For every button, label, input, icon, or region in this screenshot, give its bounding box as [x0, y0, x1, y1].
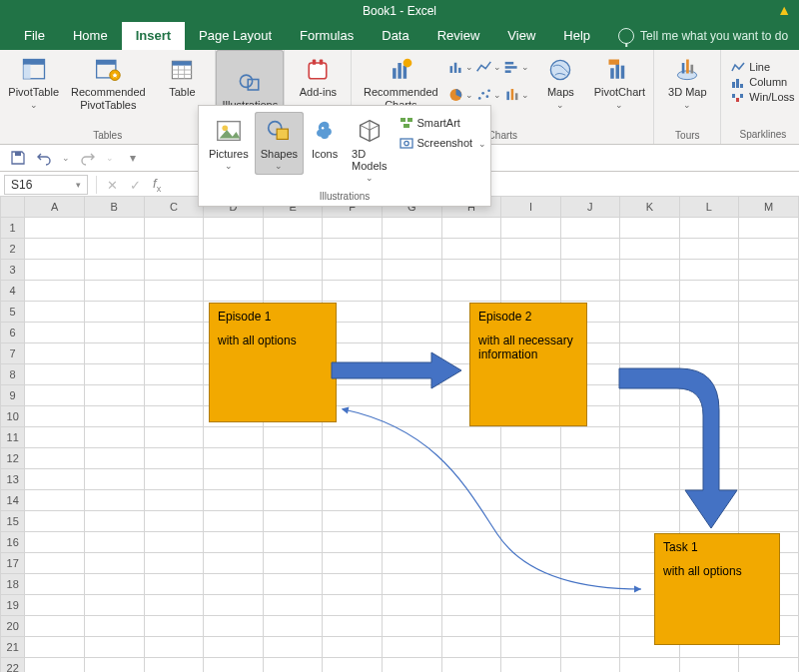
row-header[interactable]: 4 [1, 281, 25, 302]
cell[interactable] [263, 490, 323, 511]
cell[interactable] [739, 302, 799, 323]
cell[interactable] [144, 511, 204, 532]
cell[interactable] [739, 406, 799, 427]
cell[interactable] [144, 302, 204, 323]
cell[interactable] [84, 595, 144, 616]
row-header[interactable]: 17 [1, 553, 25, 574]
cell[interactable] [25, 260, 85, 281]
chart-line-button[interactable]: ⌄ [475, 54, 501, 80]
cell[interactable] [501, 260, 560, 281]
cell[interactable] [263, 218, 323, 239]
cell[interactable] [323, 218, 383, 239]
cell[interactable] [323, 260, 383, 281]
cell[interactable] [739, 364, 799, 385]
cell[interactable] [84, 616, 144, 637]
cell[interactable] [263, 469, 323, 490]
spreadsheet-grid[interactable]: ABCDEFGHIJKLM123456789101112131415161718… [0, 196, 799, 672]
cell[interactable] [441, 239, 501, 260]
cell[interactable] [84, 364, 144, 385]
cell[interactable] [204, 553, 264, 574]
cell[interactable] [263, 595, 323, 616]
pivottable-button[interactable]: PivotTable ⌄ [6, 54, 61, 128]
cell[interactable] [25, 302, 85, 323]
cell[interactable] [25, 385, 85, 406]
tab-home[interactable]: Home [59, 22, 122, 50]
cell[interactable] [84, 281, 144, 302]
cell[interactable] [84, 490, 144, 511]
cell[interactable] [501, 658, 560, 673]
cell[interactable] [204, 427, 264, 448]
tell-me-search[interactable]: Tell me what you want to do [608, 22, 798, 50]
cell[interactable] [204, 616, 264, 637]
cell[interactable] [323, 658, 383, 673]
cell[interactable] [84, 637, 144, 658]
recommended-pivottables-button[interactable]: Recommended PivotTables [65, 54, 151, 128]
sparkline-winloss-button[interactable]: Win/Loss [731, 90, 794, 104]
cell[interactable] [144, 448, 204, 469]
cell[interactable] [144, 574, 204, 595]
pivotchart-button[interactable]: PivotChart ⌄ [591, 54, 647, 128]
column-header[interactable]: A [25, 197, 85, 218]
cell[interactable] [204, 511, 264, 532]
select-all-corner[interactable] [1, 197, 25, 218]
cell[interactable] [739, 323, 799, 343]
cell[interactable] [441, 281, 501, 302]
cell[interactable] [501, 281, 560, 302]
cell[interactable] [739, 218, 799, 239]
cell[interactable] [25, 532, 85, 553]
row-header[interactable]: 21 [1, 637, 25, 658]
cell[interactable] [620, 281, 680, 302]
cell[interactable] [84, 553, 144, 574]
cell[interactable] [739, 260, 799, 281]
column-header[interactable]: C [144, 197, 204, 218]
cell[interactable] [620, 323, 680, 343]
row-header[interactable]: 2 [1, 239, 25, 260]
cell[interactable] [84, 658, 144, 673]
cell[interactable] [679, 218, 739, 239]
tab-file[interactable]: File [10, 22, 59, 50]
shapes-button[interactable]: Shapes⌄ [255, 112, 304, 175]
cell[interactable] [441, 218, 501, 239]
cell[interactable] [382, 658, 441, 673]
cancel-formula-button[interactable]: ✕ [101, 178, 124, 193]
cell[interactable] [84, 239, 144, 260]
cell[interactable] [144, 658, 204, 673]
cell[interactable] [263, 658, 323, 673]
row-header[interactable]: 5 [1, 302, 25, 323]
cell[interactable] [679, 239, 739, 260]
tab-data[interactable]: Data [368, 22, 422, 50]
cell[interactable] [501, 616, 560, 637]
cell[interactable] [144, 323, 204, 343]
cell[interactable] [25, 343, 85, 364]
row-header[interactable]: 20 [1, 616, 25, 637]
cell[interactable] [620, 239, 680, 260]
row-header[interactable]: 10 [1, 406, 25, 427]
cell[interactable] [441, 658, 501, 673]
cell[interactable] [263, 637, 323, 658]
cell[interactable] [144, 260, 204, 281]
cell[interactable] [144, 218, 204, 239]
cell[interactable] [382, 302, 441, 323]
icons-button[interactable]: Icons [304, 112, 346, 164]
cell[interactable] [25, 364, 85, 385]
cell[interactable] [204, 469, 264, 490]
cell[interactable] [501, 239, 560, 260]
3d-map-button[interactable]: 3D Map ⌄ [660, 54, 714, 128]
cell[interactable] [25, 448, 85, 469]
tab-review[interactable]: Review [423, 22, 494, 50]
cell[interactable] [25, 427, 85, 448]
cell[interactable] [501, 637, 560, 658]
cell[interactable] [204, 218, 264, 239]
cell[interactable] [263, 427, 323, 448]
cell[interactable] [144, 281, 204, 302]
cell[interactable] [84, 343, 144, 364]
cell[interactable] [323, 637, 383, 658]
tab-insert[interactable]: Insert [122, 22, 185, 50]
cell[interactable] [382, 260, 441, 281]
column-header[interactable]: M [739, 197, 799, 218]
row-header[interactable]: 11 [1, 427, 25, 448]
confirm-formula-button[interactable]: ✓ [124, 178, 147, 193]
cell[interactable] [25, 511, 85, 532]
tab-page-layout[interactable]: Page Layout [185, 22, 286, 50]
chart-column-button[interactable]: ⌄ [447, 54, 473, 80]
